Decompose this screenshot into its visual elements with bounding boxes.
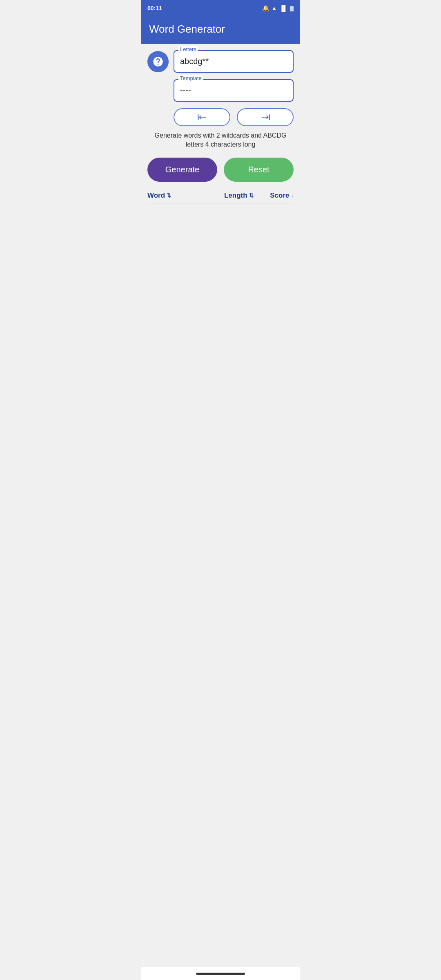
wifi-icon: ▲ [272, 5, 277, 11]
table-header: Word ⇅ Length ⇅ Score ↓ [147, 192, 294, 203]
align-left-icon [197, 113, 207, 121]
arrow-buttons-row [174, 108, 294, 126]
status-bar: 00:11 🔔 ▲ ▐▌ ▓ [141, 0, 300, 16]
status-icons: 🔔 ▲ ▐▌ ▓ [262, 5, 294, 11]
align-right-icon [261, 113, 270, 121]
letters-input[interactable] [174, 50, 294, 73]
align-left-button[interactable] [174, 108, 230, 126]
bottom-bar [141, 967, 300, 980]
notification-icon: 🔔 [262, 5, 269, 11]
score-sort-icon: ↓ [291, 192, 294, 198]
status-time: 00:11 [147, 5, 162, 11]
svg-rect-0 [198, 114, 198, 120]
help-button[interactable] [147, 51, 169, 72]
description-text: Generate words with 2 wildcards and ABCD… [147, 131, 294, 149]
length-sort-icon: ⇅ [249, 192, 254, 198]
col-word-header[interactable]: Word ⇅ [147, 192, 220, 200]
align-right-button[interactable] [237, 108, 294, 126]
svg-rect-3 [269, 114, 270, 120]
col-score-header[interactable]: Score ↓ [257, 192, 294, 200]
generate-button[interactable]: Generate [147, 158, 217, 182]
signal-icon: ▐▌ [279, 5, 287, 11]
letters-label: Letters [178, 46, 198, 52]
template-input[interactable] [174, 79, 294, 102]
template-field-container: Template [174, 79, 294, 102]
bottom-indicator [196, 973, 245, 975]
col-length-header[interactable]: Length ⇅ [220, 192, 257, 200]
app-bar: Word Generator [141, 16, 300, 44]
main-content: Letters Template [141, 44, 300, 212]
word-sort-icon: ⇅ [167, 192, 171, 198]
action-buttons-row: Generate Reset [147, 158, 294, 182]
template-label: Template [178, 75, 203, 81]
help-icon [152, 56, 164, 67]
app-title: Word Generator [149, 23, 225, 35]
reset-button[interactable]: Reset [224, 158, 294, 182]
letters-row: Letters [147, 50, 294, 73]
battery-icon: ▓ [290, 5, 294, 11]
letters-field-container: Letters [174, 50, 294, 73]
